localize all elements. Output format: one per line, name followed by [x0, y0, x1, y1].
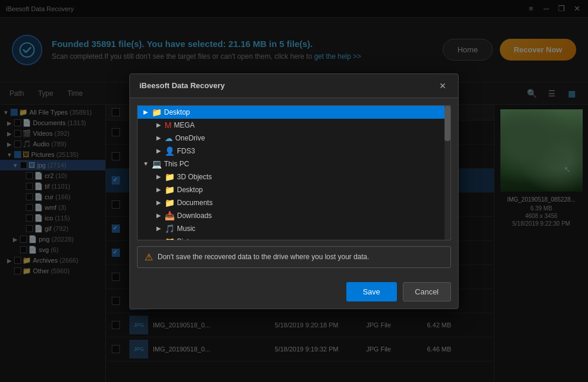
ftree-item-downloads[interactable]: ▶ 📥 Downloads [138, 209, 450, 222]
ftree-label: Pictures [177, 237, 202, 240]
expand-icon: ▶ [155, 212, 162, 219]
folder-blue-icon: 📁 [165, 198, 175, 207]
ftree-label: Desktop [164, 108, 190, 116]
expand-icon: ▶ [155, 225, 162, 232]
file-tree: ▶ 📁 Desktop ▶ M MEGA ▶ ☁ OneDrive [137, 105, 451, 240]
person-icon: 👤 [165, 146, 175, 156]
warning-text: Don't save the recovered data to the dri… [158, 253, 369, 261]
expand-icon: ▶ [155, 238, 162, 240]
expand-icon: ▶ [155, 186, 162, 193]
ftree-label: Documents [177, 199, 213, 207]
dialog-footer: Save Cancel [130, 282, 458, 309]
warning-icon: ⚠ [145, 252, 153, 263]
expand-icon: ▼ [142, 160, 149, 167]
ftree-label: OneDrive [175, 134, 205, 142]
folder-down-icon: 📥 [165, 211, 175, 220]
folder-blue-icon: 📁 [165, 185, 175, 195]
ftree-label: FDS3 [177, 147, 195, 155]
dialog-body: ▶ 📁 Desktop ▶ M MEGA ▶ ☁ OneDrive [130, 98, 458, 282]
folder-blue-icon: 📁 [165, 172, 175, 182]
expand-icon: ▶ [155, 148, 162, 155]
ftree-item-thispc[interactable]: ▼ 💻 This PC [138, 158, 450, 170]
ftree-item-desktop2[interactable]: ▶ 📁 Desktop [138, 183, 450, 196]
music-icon: 🎵 [165, 224, 175, 233]
ftree-label: 3D Objects [177, 173, 212, 181]
ftree-item-desktop-selected[interactable]: ▶ 📁 Desktop [138, 106, 450, 119]
ftree-item-music[interactable]: ▶ 🎵 Music [138, 222, 450, 235]
expand-icon: ▶ [155, 135, 162, 142]
ftree-item-pictures[interactable]: ▶ 📁 Pictures [138, 235, 450, 240]
ftree-item-3dobjects[interactable]: ▶ 📁 3D Objects [138, 170, 450, 183]
dialog-title: iBeesoft Data Recovery [139, 81, 225, 90]
expand-icon: ▶ [155, 122, 162, 129]
computer-icon: 💻 [152, 159, 162, 169]
dialog-close-button[interactable]: ✕ [437, 80, 449, 92]
ftree-item-fds3[interactable]: ▶ 👤 FDS3 [138, 145, 450, 158]
expand-icon: ▶ [142, 109, 149, 116]
folder-icon: 📁 [152, 108, 162, 117]
mega-icon: M [165, 120, 172, 130]
warning-bar: ⚠ Don't save the recovered data to the d… [137, 246, 451, 268]
scrollbar-track [445, 106, 450, 240]
dialog-header: iBeesoft Data Recovery ✕ [130, 74, 458, 98]
ftree-item-onedrive[interactable]: ▶ ☁ OneDrive [138, 132, 450, 145]
ftree-label: MEGA [174, 121, 195, 129]
expand-icon: ▶ [155, 199, 162, 206]
scrollbar-thumb[interactable] [445, 106, 450, 141]
cancel-button[interactable]: Cancel [403, 282, 451, 301]
ftree-item-mega[interactable]: ▶ M MEGA [138, 119, 450, 132]
ftree-label: Downloads [177, 212, 212, 220]
onedrive-icon: ☁ [165, 133, 173, 143]
save-dialog: iBeesoft Data Recovery ✕ ▶ 📁 Desktop ▶ M… [129, 73, 459, 309]
ftree-item-documents[interactable]: ▶ 📁 Documents [138, 196, 450, 209]
folder-blue-icon: 📁 [165, 237, 175, 240]
ftree-label: Music [177, 224, 195, 233]
expand-icon: ▶ [155, 173, 162, 180]
ftree-label: Desktop [177, 186, 203, 194]
ftree-label: This PC [164, 160, 189, 168]
save-button[interactable]: Save [346, 282, 397, 301]
modal-overlay: iBeesoft Data Recovery ✕ ▶ 📁 Desktop ▶ M… [0, 0, 588, 382]
